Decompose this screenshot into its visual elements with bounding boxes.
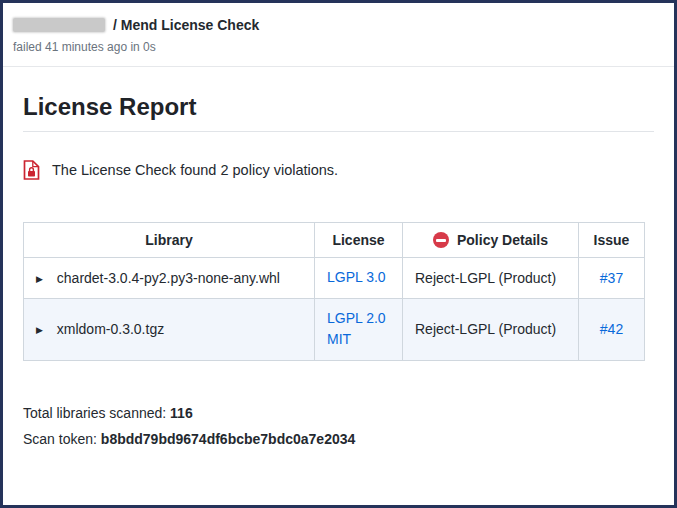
issue-cell: #37 [579, 258, 645, 299]
check-status-line: failed 41 minutes ago in 0s [13, 40, 662, 54]
expand-triangle-icon[interactable]: ▶ [36, 325, 43, 335]
report-body: License Report The License Check found 2… [3, 93, 674, 447]
license-report-table: Library License Policy Details Issue ▶ [23, 222, 645, 361]
license-link[interactable]: MIT [327, 331, 351, 347]
license-cell: LGPL 3.0 [315, 258, 403, 299]
license-link[interactable]: LGPL 3.0 [327, 269, 386, 285]
no-entry-icon [433, 232, 449, 248]
scan-token-value: b8bdd79bd9674df6bcbe7bdc0a7e2034 [101, 431, 355, 447]
table-row: ▶ chardet-3.0.4-py2.py3-none-any.whl LGP… [24, 258, 645, 299]
col-header-issue: Issue [579, 223, 645, 258]
breadcrumb: / Mend License Check [13, 17, 662, 33]
library-cell: ▶ chardet-3.0.4-py2.py3-none-any.whl [24, 258, 315, 299]
library-name: chardet-3.0.4-py2.py3-none-any.whl [57, 270, 280, 286]
col-header-library: Library [24, 223, 315, 258]
check-header: / Mend License Check failed 41 minutes a… [3, 3, 674, 67]
library-cell: ▶ xmldom-0.3.0.tgz [24, 298, 315, 360]
policy-details-label: Policy Details [457, 232, 548, 248]
scan-token-line: Scan token: b8bdd79bd9674df6bcbe7bdc0a7e… [23, 431, 654, 447]
page-title: License Report [23, 93, 654, 132]
violation-message: The License Check found 2 policy violati… [52, 162, 338, 178]
total-scanned-value: 116 [170, 405, 193, 421]
license-cell: LGPL 2.0 MIT [315, 298, 403, 360]
scan-token-label: Scan token: [23, 431, 97, 447]
policy-detail-cell: Reject-LGPL (Product) [403, 298, 579, 360]
redacted-repo-name [13, 18, 105, 32]
table-header-row: Library License Policy Details Issue [24, 223, 645, 258]
license-link[interactable]: LGPL 2.0 [327, 310, 386, 326]
issue-link[interactable]: #37 [600, 270, 623, 286]
check-title: / Mend License Check [113, 17, 259, 33]
issue-cell: #42 [579, 298, 645, 360]
violation-summary: The License Check found 2 policy violati… [23, 160, 654, 180]
table-row: ▶ xmldom-0.3.0.tgz LGPL 2.0 MIT Reject-L… [24, 298, 645, 360]
library-name: xmldom-0.3.0.tgz [57, 321, 164, 337]
col-header-policy-details: Policy Details [403, 223, 579, 258]
expand-triangle-icon[interactable]: ▶ [36, 274, 43, 284]
policy-detail-cell: Reject-LGPL (Product) [403, 258, 579, 299]
policy-violation-lock-icon [23, 160, 40, 180]
col-header-license: License [315, 223, 403, 258]
issue-link[interactable]: #42 [600, 321, 623, 337]
total-scanned-line: Total libraries scanned: 116 [23, 405, 654, 421]
check-run-page: / Mend License Check failed 41 minutes a… [0, 0, 677, 508]
total-scanned-label: Total libraries scanned: [23, 405, 166, 421]
scan-summary: Total libraries scanned: 116 Scan token:… [23, 405, 654, 447]
